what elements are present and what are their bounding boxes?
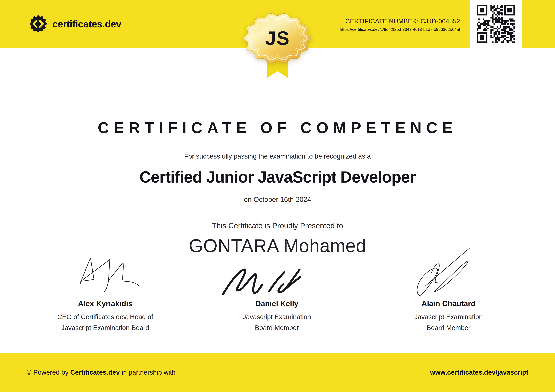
verify-url[interactable]: https://certificates.dev/c/9d42f2bd-3343…	[340, 27, 460, 32]
signatory-block: Alex Kyriakidis CEO of Certificates.dev,…	[34, 299, 176, 333]
code-seal-icon	[29, 15, 47, 33]
signature-alain-chautard	[411, 246, 477, 298]
signatory-title: Javascript Examination Board Member	[377, 311, 520, 333]
signatory-title: CEO of Certificates.dev, Head of Javascr…	[34, 311, 176, 333]
certificate-number: CERTIFICATE NUMBER: CJJD-004552	[340, 18, 460, 25]
presented-line: This Certificate is Proudly Presented to	[0, 221, 555, 230]
js-gold-medal: JS	[243, 11, 312, 65]
certificate-page: certificates.dev CERTIFICATE NUMBER: CJJ…	[0, 0, 555, 392]
signatory-name: Alex Kyriakidis	[34, 299, 176, 308]
signature-daniel-kelly	[221, 261, 302, 302]
powered-by-line: © Powered by Certificates.dev in partner…	[27, 369, 175, 376]
signature-alex-kyriakidis	[76, 253, 142, 292]
date-line: on October 16th 2024	[0, 196, 555, 203]
medal-js-label: JS	[265, 28, 290, 49]
footer-band: © Powered by Certificates.dev in partner…	[0, 353, 555, 392]
signatory-name: Alain Chautard	[377, 299, 520, 308]
intro-line: For successfully passing the examination…	[0, 153, 555, 160]
certificate-number-block: CERTIFICATE NUMBER: CJJD-004552 https://…	[340, 18, 460, 32]
signatory-title: Javascript Examination Board Member	[206, 311, 348, 333]
brand-name: certificates.dev	[52, 18, 121, 29]
site-url[interactable]: www.certificates.dev/javascript	[430, 369, 528, 376]
signatory-block: Daniel Kelly Javascript Examination Boar…	[206, 299, 348, 333]
signatory-block: Alain Chautard Javascript Examination Bo…	[377, 299, 520, 333]
powered-prefix: © Powered by	[27, 369, 70, 376]
certificate-title: CERTIFICATE OF COMPETENCE	[0, 119, 555, 137]
powered-brand: Certificates.dev	[70, 369, 120, 376]
qr-code-icon	[477, 5, 515, 43]
signatory-name: Daniel Kelly	[206, 299, 348, 308]
qr-box	[470, 0, 522, 48]
credential-title: Certified Junior JavaScript Developer	[0, 168, 555, 186]
powered-suffix: in partnership with	[120, 369, 175, 376]
brand-logo: certificates.dev	[29, 0, 121, 48]
